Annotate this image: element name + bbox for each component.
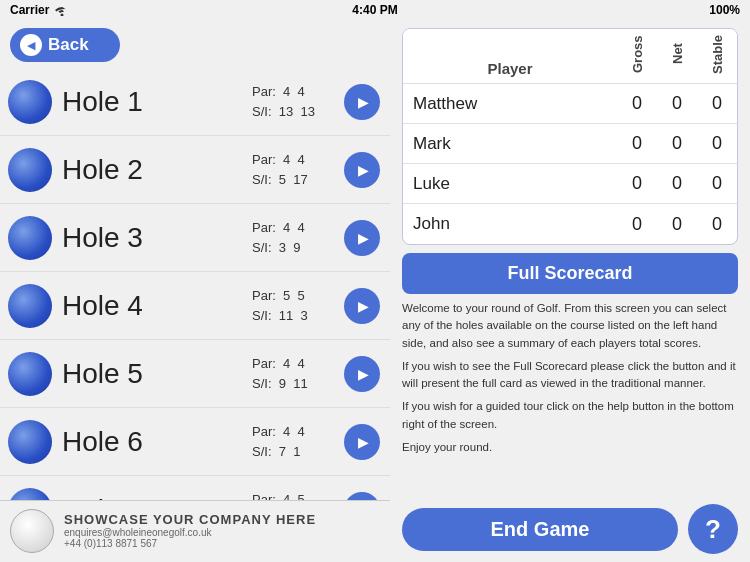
description-para-2: If you wish to see the Full Scorecard pl…: [402, 358, 738, 393]
hole-stats-6: Par: 4 4 S/I: 7 1: [252, 422, 332, 461]
scorecard-row-3: Luke 0 0 0: [403, 164, 737, 204]
gross-header: Gross: [617, 29, 657, 83]
hole-item-4: Hole 4 Par: 5 5 S/I: 11 3: [0, 272, 390, 340]
player-gross-4: 0: [617, 214, 657, 235]
hole-stats-4: Par: 5 5 S/I: 11 3: [252, 286, 332, 325]
hole-par-3: Par: 4 4: [252, 218, 305, 238]
description-text: Welcome to your round of Golf. From this…: [402, 300, 738, 494]
scorecard-rows: Matthew 0 0 0 Mark 0 0 0 Luke 0 0 0 John…: [403, 84, 737, 244]
player-scores-4: 0 0 0: [617, 214, 737, 235]
logo-line2: +44 (0)113 8871 567: [64, 538, 316, 549]
hole-stats-1: Par: 4 4 S/I: 13 13: [252, 82, 332, 121]
svg-point-0: [61, 14, 64, 17]
status-battery: 100%: [709, 3, 740, 17]
hole-ball-1: [8, 80, 52, 124]
bottom-buttons: End Game ?: [402, 504, 738, 554]
end-game-button[interactable]: End Game: [402, 508, 678, 551]
hole-name-4: Hole 4: [62, 290, 252, 322]
player-gross-1: 0: [617, 93, 657, 114]
player-col-header: Player: [403, 60, 617, 83]
hole-play-button-7[interactable]: [344, 492, 380, 501]
logo-area: SHOWCASE YOUR COMPANY HERE enquires@whol…: [0, 500, 390, 560]
player-scores-2: 0 0 0: [617, 133, 737, 154]
player-gross-3: 0: [617, 173, 657, 194]
description-para-3: If you wish for a guided tour click on t…: [402, 398, 738, 433]
hole-ball-6: [8, 420, 52, 464]
main-content: Back Hole 1 Par: 4 4 S/I: 13 13 Hole 2 P…: [0, 20, 750, 562]
player-name-2: Mark: [403, 134, 617, 154]
full-scorecard-label: Full Scorecard: [507, 263, 632, 283]
description-para-1: Welcome to your round of Golf. From this…: [402, 300, 738, 352]
player-stable-4: 0: [697, 214, 737, 235]
player-net-4: 0: [657, 214, 697, 235]
hole-item-5: Hole 5 Par: 4 4 S/I: 9 11: [0, 340, 390, 408]
hole-name-3: Hole 3: [62, 222, 252, 254]
player-stable-3: 0: [697, 173, 737, 194]
wifi-icon: [54, 4, 70, 16]
player-net-1: 0: [657, 93, 697, 114]
scorecard-row-2: Mark 0 0 0: [403, 124, 737, 164]
hole-ball-7: [8, 488, 52, 501]
right-panel: Player Gross Net Stable Matthew 0 0: [390, 20, 750, 562]
hole-item-3: Hole 3 Par: 4 4 S/I: 3 9: [0, 204, 390, 272]
gross-label: Gross: [630, 29, 645, 79]
player-net-2: 0: [657, 133, 697, 154]
hole-play-button-3[interactable]: [344, 220, 380, 256]
hole-play-button-5[interactable]: [344, 356, 380, 392]
back-label: Back: [48, 35, 89, 55]
hole-si-4: S/I: 11 3: [252, 306, 308, 326]
hole-name-7: Hole 7: [62, 494, 252, 501]
end-game-label: End Game: [491, 518, 590, 540]
logo-line1: enquires@wholeineonegolf.co.uk: [64, 527, 316, 538]
hole-par-6: Par: 4 4: [252, 422, 305, 442]
back-button[interactable]: Back: [10, 28, 120, 62]
stable-label: Stable: [710, 29, 725, 79]
help-label: ?: [705, 514, 721, 545]
status-bar: Carrier 4:40 PM 100%: [0, 0, 750, 20]
left-panel: Back Hole 1 Par: 4 4 S/I: 13 13 Hole 2 P…: [0, 20, 390, 562]
player-name-1: Matthew: [403, 94, 617, 114]
full-scorecard-button[interactable]: Full Scorecard: [402, 253, 738, 294]
logo-text: SHOWCASE YOUR COMPANY HERE enquires@whol…: [64, 512, 316, 549]
scorecard-box: Player Gross Net Stable Matthew 0 0: [402, 28, 738, 245]
hole-list: Hole 1 Par: 4 4 S/I: 13 13 Hole 2 Par: 4…: [0, 68, 390, 500]
carrier-text: Carrier: [10, 3, 49, 17]
hole-name-1: Hole 1: [62, 86, 252, 118]
player-gross-2: 0: [617, 133, 657, 154]
hole-name-6: Hole 6: [62, 426, 252, 458]
score-headers: Gross Net Stable: [617, 29, 737, 83]
stable-header: Stable: [697, 29, 737, 83]
hole-par-4: Par: 5 5: [252, 286, 305, 306]
player-scores-1: 0 0 0: [617, 93, 737, 114]
back-arrow-icon: [20, 34, 42, 56]
hole-item-2: Hole 2 Par: 4 4 S/I: 5 17: [0, 136, 390, 204]
hole-par-2: Par: 4 4: [252, 150, 305, 170]
net-header: Net: [657, 29, 697, 83]
hole-item-6: Hole 6 Par: 4 4 S/I: 7 1: [0, 408, 390, 476]
hole-ball-4: [8, 284, 52, 328]
player-stable-1: 0: [697, 93, 737, 114]
hole-play-button-1[interactable]: [344, 84, 380, 120]
net-label: Net: [670, 29, 685, 79]
hole-par-7: Par: 4 5: [252, 490, 305, 500]
help-button[interactable]: ?: [688, 504, 738, 554]
hole-stats-5: Par: 4 4 S/I: 9 11: [252, 354, 332, 393]
hole-si-2: S/I: 5 17: [252, 170, 308, 190]
hole-stats-7: Par: 4 5 S/I: 1 5: [252, 490, 332, 500]
hole-play-button-6[interactable]: [344, 424, 380, 460]
hole-stats-2: Par: 4 4 S/I: 5 17: [252, 150, 332, 189]
hole-stats-3: Par: 4 4 S/I: 3 9: [252, 218, 332, 257]
logo-main-text: SHOWCASE YOUR COMPANY HERE: [64, 512, 316, 527]
hole-si-5: S/I: 9 11: [252, 374, 308, 394]
scorecard-row-4: John 0 0 0: [403, 204, 737, 244]
hole-play-button-4[interactable]: [344, 288, 380, 324]
hole-ball-3: [8, 216, 52, 260]
hole-si-3: S/I: 3 9: [252, 238, 300, 258]
hole-play-button-2[interactable]: [344, 152, 380, 188]
player-net-3: 0: [657, 173, 697, 194]
scorecard-row-1: Matthew 0 0 0: [403, 84, 737, 124]
status-left: Carrier: [10, 3, 70, 17]
player-name-4: John: [403, 214, 617, 234]
hole-name-5: Hole 5: [62, 358, 252, 390]
hole-par-5: Par: 4 4: [252, 354, 305, 374]
